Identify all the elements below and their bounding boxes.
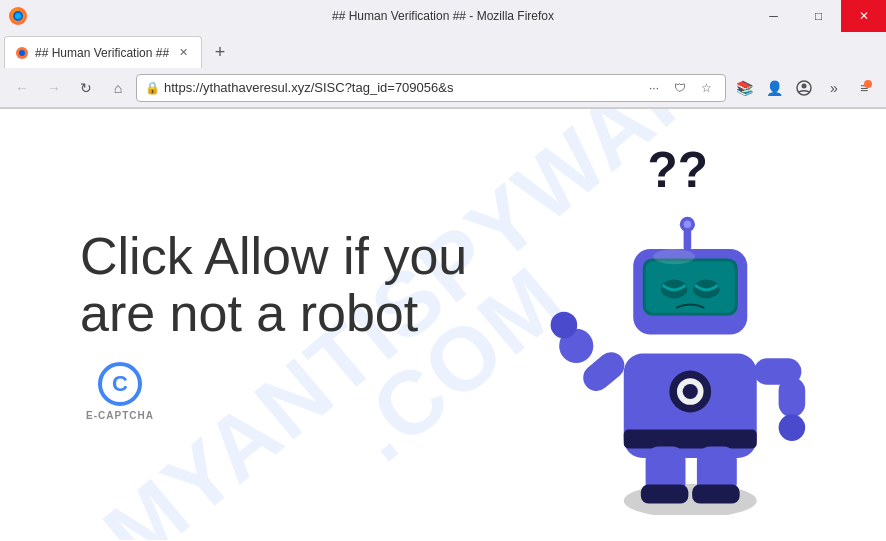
new-tab-button[interactable]: + xyxy=(206,38,234,66)
url-text: https://ythathaveresul.xyz/SISC?tag_id=7… xyxy=(164,80,639,95)
menu-button[interactable]: ≡ xyxy=(850,74,878,102)
firefox-icon xyxy=(8,6,28,26)
close-button[interactable]: ✕ xyxy=(841,0,886,32)
address-bar[interactable]: 🔒 https://ythathaveresul.xyz/SISC?tag_id… xyxy=(136,74,726,102)
svg-point-6 xyxy=(802,83,807,88)
window-title: ## Human Verification ## - Mozilla Firef… xyxy=(332,9,554,23)
svg-rect-31 xyxy=(692,484,740,503)
left-content: Click Allow if you are not a robot C E-C… xyxy=(80,228,526,421)
tab-bar: ## Human Verification ## ✕ + xyxy=(0,32,886,68)
captcha-label: E-CAPTCHA xyxy=(86,410,154,421)
tab-favicon xyxy=(15,46,29,60)
captcha-branding: C E-CAPTCHA xyxy=(80,362,160,421)
back-button[interactable]: ← xyxy=(8,74,36,102)
page-content: MYANTISPYWARE .COM Click Allow if you ar… xyxy=(0,109,886,540)
svg-rect-23 xyxy=(779,377,806,417)
svg-point-32 xyxy=(653,249,695,264)
tab-label: ## Human Verification ## xyxy=(35,46,169,60)
more-icon[interactable]: ··· xyxy=(643,77,665,99)
address-bar-icons: ··· 🛡 ☆ xyxy=(643,77,717,99)
captcha-logo: C xyxy=(98,362,142,406)
svg-rect-29 xyxy=(641,484,689,503)
shield-icon[interactable]: 🛡 xyxy=(669,77,691,99)
headline-text: Click Allow if you are not a robot xyxy=(80,228,526,342)
notification-dot xyxy=(864,80,872,88)
title-bar: ## Human Verification ## - Mozilla Firef… xyxy=(0,0,886,32)
account-icon[interactable] xyxy=(790,74,818,102)
library-icon[interactable]: 📚 xyxy=(730,74,758,102)
svg-point-18 xyxy=(684,220,692,228)
refresh-button[interactable]: ↻ xyxy=(72,74,100,102)
active-tab[interactable]: ## Human Verification ## ✕ xyxy=(4,36,202,68)
minimize-button[interactable]: ─ xyxy=(751,0,796,32)
nav-bar: ← → ↻ ⌂ 🔒 https://ythathaveresul.xyz/SIS… xyxy=(0,68,886,108)
svg-point-21 xyxy=(551,311,578,338)
main-layout: Click Allow if you are not a robot C E-C… xyxy=(0,109,886,540)
svg-point-24 xyxy=(779,414,806,441)
nav-right-buttons: 📚 👤 » ≡ xyxy=(730,74,878,102)
forward-button[interactable]: → xyxy=(40,74,68,102)
svg-point-27 xyxy=(683,383,698,398)
tab-close-button[interactable]: ✕ xyxy=(175,45,191,61)
window-controls: ─ □ ✕ xyxy=(751,0,886,32)
svg-point-2 xyxy=(15,13,21,19)
svg-rect-10 xyxy=(624,429,757,448)
bookmark-star-icon[interactable]: ☆ xyxy=(695,77,717,99)
robot-illustration: ?? xyxy=(526,135,826,515)
extensions-button[interactable]: » xyxy=(820,74,848,102)
svg-text:??: ?? xyxy=(648,142,708,197)
home-button[interactable]: ⌂ xyxy=(104,74,132,102)
svg-point-4 xyxy=(19,50,25,56)
lock-icon: 🔒 xyxy=(145,81,160,95)
sync-icon[interactable]: 👤 xyxy=(760,74,788,102)
maximize-button[interactable]: □ xyxy=(796,0,841,32)
